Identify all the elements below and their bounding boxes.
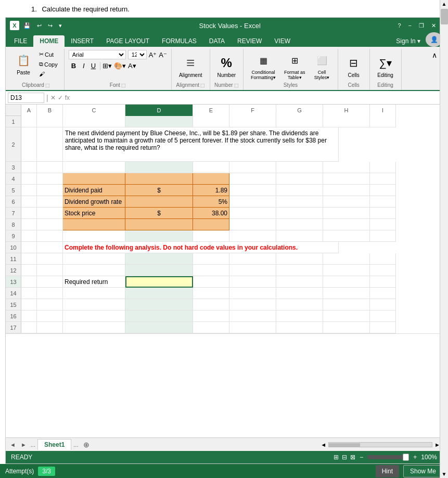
col-header-a[interactable]: A bbox=[21, 105, 37, 116]
sheet-tab-sheet1[interactable]: Sheet1 bbox=[37, 439, 71, 450]
col-header-e[interactable]: E bbox=[193, 105, 229, 116]
col-header-f[interactable]: F bbox=[229, 105, 276, 116]
cell-g7[interactable] bbox=[276, 208, 323, 219]
cell-f7[interactable] bbox=[229, 208, 276, 219]
editing-button[interactable]: ∑▾ Editing bbox=[374, 53, 397, 80]
cell-i7[interactable] bbox=[370, 208, 396, 219]
cell-i9[interactable] bbox=[370, 230, 396, 242]
cell-h17[interactable] bbox=[323, 322, 370, 333]
scroll-thumb[interactable] bbox=[441, 9, 448, 24]
cell-i6[interactable] bbox=[370, 196, 396, 208]
cell-reference-input[interactable] bbox=[8, 93, 44, 103]
cell-f12[interactable] bbox=[229, 265, 276, 276]
scroll-up-button[interactable]: ▲ bbox=[440, 0, 448, 8]
cell-g16[interactable] bbox=[276, 311, 323, 322]
cell-c11[interactable] bbox=[63, 253, 125, 265]
cancel-formula-button[interactable]: ✕ bbox=[50, 94, 56, 101]
tab-review[interactable]: REVIEW bbox=[231, 35, 268, 47]
decrease-font-button[interactable]: A⁻ bbox=[159, 51, 167, 59]
cell-h15[interactable] bbox=[323, 299, 370, 311]
number-expand-icon[interactable]: ⬚ bbox=[234, 83, 239, 88]
page-break-button[interactable]: ⊠ bbox=[350, 454, 355, 461]
cell-h12[interactable] bbox=[323, 265, 370, 276]
sheet-ellipsis-left[interactable]: ... bbox=[30, 441, 36, 449]
tab-view[interactable]: VIEW bbox=[268, 35, 297, 47]
increase-font-button[interactable]: A⁺ bbox=[149, 51, 157, 59]
show-me-button[interactable]: Show Me bbox=[403, 465, 443, 477]
page-layout-button[interactable]: ⊟ bbox=[342, 454, 347, 461]
cell-a1[interactable] bbox=[21, 116, 37, 127]
cell-f17[interactable] bbox=[229, 322, 276, 333]
col-header-b[interactable]: B bbox=[37, 105, 63, 116]
cell-f4[interactable] bbox=[229, 173, 276, 185]
cell-c2-merged[interactable]: The next dividend payment by Blue Cheese… bbox=[63, 127, 339, 162]
cell-g15[interactable] bbox=[276, 299, 323, 311]
cell-f6[interactable] bbox=[229, 196, 276, 208]
cell-a7[interactable] bbox=[21, 208, 37, 219]
cell-i8[interactable] bbox=[370, 219, 396, 230]
cell-f15[interactable] bbox=[229, 299, 276, 311]
cell-h11[interactable] bbox=[323, 253, 370, 265]
cell-c8[interactable] bbox=[63, 219, 125, 230]
font-expand-icon[interactable]: ⬚ bbox=[121, 83, 126, 88]
paste-button[interactable]: 📋 Paste bbox=[12, 50, 35, 77]
cell-d6[interactable] bbox=[125, 196, 193, 208]
cell-g1[interactable] bbox=[276, 116, 323, 127]
cell-d11[interactable] bbox=[125, 253, 193, 265]
cell-e7[interactable]: 38.00 bbox=[193, 208, 229, 219]
alignment-button[interactable]: ≡ Alignment bbox=[176, 53, 205, 80]
cell-f1[interactable] bbox=[229, 116, 276, 127]
cell-e11[interactable] bbox=[193, 253, 229, 265]
cell-a2[interactable] bbox=[21, 127, 37, 162]
cell-a17[interactable] bbox=[21, 322, 37, 333]
tab-page-layout[interactable]: PAGE LAYOUT bbox=[100, 35, 156, 47]
cell-e9[interactable] bbox=[193, 230, 229, 242]
vertical-scrollbar[interactable]: ▲ ▼ bbox=[440, 0, 448, 478]
cell-d1[interactable] bbox=[125, 116, 193, 127]
cell-b10[interactable] bbox=[37, 242, 63, 253]
cell-i11[interactable] bbox=[370, 253, 396, 265]
cell-a10[interactable] bbox=[21, 242, 37, 253]
formula-input[interactable] bbox=[72, 94, 440, 101]
cell-g8[interactable] bbox=[276, 219, 323, 230]
cell-a9[interactable] bbox=[21, 230, 37, 242]
cell-i15[interactable] bbox=[370, 299, 396, 311]
cell-b9[interactable] bbox=[37, 230, 63, 242]
scroll-down-button[interactable]: ▼ bbox=[440, 470, 448, 478]
cell-c10-instruction[interactable]: Complete the following analysis. Do not … bbox=[63, 242, 339, 253]
tab-insert[interactable]: INSERT bbox=[65, 35, 100, 47]
cell-e17[interactable] bbox=[193, 322, 229, 333]
cell-a14[interactable] bbox=[21, 288, 37, 299]
cell-f11[interactable] bbox=[229, 253, 276, 265]
cell-b14[interactable] bbox=[37, 288, 63, 299]
cell-c1[interactable] bbox=[63, 116, 125, 127]
cell-g11[interactable] bbox=[276, 253, 323, 265]
cell-g4[interactable] bbox=[276, 173, 323, 185]
font-size-select[interactable]: 12 bbox=[128, 50, 147, 59]
ribbon-collapse-button[interactable]: ∧ bbox=[429, 50, 440, 60]
horizontal-scrollbar[interactable] bbox=[328, 442, 432, 447]
customize-qa-button[interactable]: ▾ bbox=[57, 21, 64, 30]
cell-b8[interactable] bbox=[37, 219, 63, 230]
cell-a6[interactable] bbox=[21, 196, 37, 208]
cell-d3[interactable] bbox=[125, 162, 193, 173]
cell-e13[interactable] bbox=[193, 276, 229, 288]
cell-d9[interactable] bbox=[125, 230, 193, 242]
minimize-button[interactable]: − bbox=[406, 21, 414, 30]
hscroll-thumb[interactable] bbox=[329, 443, 360, 447]
cell-e8[interactable] bbox=[193, 219, 229, 230]
cell-d8[interactable] bbox=[125, 219, 193, 230]
cell-h14[interactable] bbox=[323, 288, 370, 299]
cell-a5[interactable] bbox=[21, 185, 37, 196]
cell-c16[interactable] bbox=[63, 311, 125, 322]
cell-i4[interactable] bbox=[370, 173, 396, 185]
cell-a4[interactable] bbox=[21, 173, 37, 185]
zoom-slider-thumb[interactable] bbox=[403, 454, 409, 461]
cell-c17[interactable] bbox=[63, 322, 125, 333]
font-color-button[interactable]: A▾ bbox=[128, 62, 136, 70]
cell-i16[interactable] bbox=[370, 311, 396, 322]
format-painter-button[interactable]: 🖌 bbox=[37, 70, 60, 78]
col-header-d[interactable]: D bbox=[125, 105, 193, 116]
cell-e4[interactable] bbox=[193, 173, 229, 185]
cell-h1[interactable] bbox=[323, 116, 370, 127]
